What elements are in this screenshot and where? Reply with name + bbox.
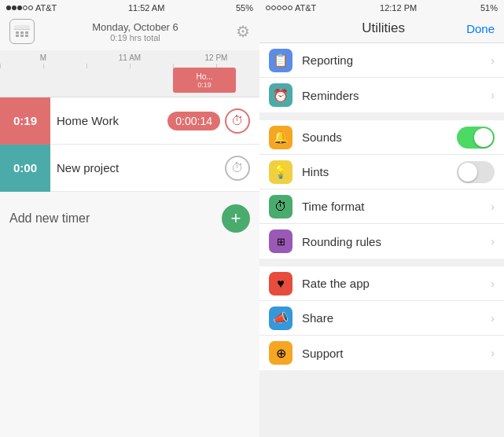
chevron-icon: › — [491, 200, 495, 213]
timeline-bar-label: Ho... — [196, 72, 212, 81]
chevron-icon: › — [491, 312, 495, 325]
left-header: Monday, October 6 0:19 hrs total ⚙ — [0, 16, 259, 50]
menu-item-rateapp[interactable]: ♥ Rate the app › — [259, 266, 504, 301]
timer-badge-2: 0:00 — [0, 145, 50, 192]
left-panel: AT&T 11:52 AM 55% Monday, October 6 0:19… — [0, 0, 259, 437]
timer-name-1: Home Work — [50, 114, 167, 127]
reminders-icon: ⏰ — [269, 83, 292, 107]
menu-item-rounding[interactable]: ⊞ Rounding rules › — [259, 224, 504, 259]
menu-item-reminders[interactable]: ⏰ Reminders › — [259, 78, 504, 112]
reminders-right: › — [491, 89, 495, 101]
menu-item-support[interactable]: ⊕ Support › — [259, 336, 504, 370]
reminders-label: Reminders — [302, 89, 491, 102]
hints-icon: 💡 — [269, 160, 292, 184]
menu-item-share[interactable]: 📣 Share › — [259, 301, 504, 336]
current-date: Monday, October 6 — [92, 21, 178, 33]
menu-section-2: 🔔 Sounds 💡 Hints ⏱ Time — [259, 120, 504, 259]
time-display: 11:52 AM — [128, 3, 164, 13]
chevron-icon: › — [491, 235, 495, 248]
hints-toggle[interactable] — [457, 161, 495, 183]
separator-1 — [259, 114, 504, 120]
sounds-toggle[interactable] — [457, 127, 495, 149]
right-panel: AT&T 12:12 PM 51% Utilities Done 📋 Repor… — [259, 0, 504, 437]
menu-item-reporting[interactable]: 📋 Reporting › — [259, 43, 504, 78]
signal-dot — [23, 6, 28, 10]
sounds-right — [457, 127, 495, 149]
signal-dot — [12, 6, 17, 10]
hints-label: Hints — [302, 165, 457, 178]
sounds-label: Sounds — [302, 130, 457, 144]
carrier-label: AT&T — [35, 3, 57, 13]
reporting-right: › — [491, 54, 495, 67]
timer-row-2[interactable]: 0:00 New project ⏱ — [0, 145, 259, 192]
chevron-icon: › — [491, 89, 495, 101]
add-timer-row[interactable]: Add new timer + — [0, 192, 259, 245]
date-info: Monday, October 6 0:19 hrs total — [92, 21, 178, 42]
timer-row-1[interactable]: 0:19 Home Work 0:00:14 ⏱ — [0, 97, 259, 145]
right-time-display: 12:12 PM — [380, 3, 417, 13]
rateapp-right: › — [491, 277, 495, 290]
toggle-knob — [458, 163, 477, 182]
timeline-bar-time: 0:19 — [197, 81, 212, 89]
timeline: M 11 AM 12 PM Ho... 0:19 — [0, 50, 259, 97]
share-right: › — [491, 312, 495, 325]
toggle-knob — [474, 128, 493, 147]
calendar-grid — [14, 30, 31, 39]
menu-section-3: ♥ Rate the app › 📣 Share › ⊕ Support › — [259, 266, 504, 370]
right-carrier-label: AT&T — [295, 3, 316, 13]
rateapp-icon: ♥ — [269, 272, 292, 296]
support-right: › — [491, 347, 495, 359]
share-icon: 📣 — [269, 307, 292, 330]
right-carrier-signal: AT&T — [266, 3, 316, 13]
timer-count-1[interactable]: 0:00:14 — [167, 112, 220, 130]
rateapp-label: Rate the app — [302, 277, 491, 290]
tick — [130, 64, 173, 68]
done-button[interactable]: Done — [466, 22, 495, 35]
timer-controls-1: 0:00:14 ⏱ — [167, 108, 259, 134]
battery-display: 55% — [236, 3, 253, 13]
sounds-icon: 🔔 — [269, 126, 292, 149]
settings-icon[interactable]: ⚙ — [236, 22, 250, 41]
clock-button-2[interactable]: ⏱ — [225, 156, 250, 181]
menu-list: 📋 Reporting › ⏰ Reminders › 🔔 Sounds — [259, 43, 504, 437]
rounding-label: Rounding rules — [302, 235, 491, 248]
menu-item-timeformat[interactable]: ⏱ Time format › — [259, 189, 504, 224]
signal-dot — [17, 6, 22, 10]
rounding-icon: ⊞ — [269, 230, 292, 253]
signal-dot — [271, 6, 276, 10]
hints-right — [457, 161, 495, 183]
tick — [86, 64, 130, 68]
timer-controls-2: ⏱ — [225, 156, 259, 181]
timer-name-2: New project — [50, 161, 225, 174]
timer-badge-value-1: 0:19 — [13, 114, 37, 127]
timeformat-icon: ⏱ — [269, 195, 292, 218]
timeformat-label: Time format — [302, 200, 491, 213]
clock-button-1[interactable]: ⏱ — [225, 108, 250, 134]
menu-section-1: 📋 Reporting › ⏰ Reminders › — [259, 43, 504, 112]
timeline-labels: M 11 AM 12 PM — [0, 50, 259, 62]
reporting-icon: 📋 — [269, 49, 292, 72]
tl-label-m: M — [0, 53, 86, 62]
share-label: Share — [302, 311, 491, 325]
chevron-icon: › — [491, 347, 495, 359]
signal-dot — [266, 6, 270, 10]
add-timer-button[interactable]: + — [222, 204, 250, 233]
carrier-signal: AT&T — [6, 3, 57, 13]
timer-badge-1: 0:19 — [0, 97, 50, 145]
right-battery-display: 51% — [480, 3, 498, 13]
total-time: 0:19 hrs total — [92, 33, 178, 42]
support-label: Support — [302, 347, 491, 360]
calendar-button[interactable] — [9, 19, 35, 44]
tl-label-12pm: 12 PM — [173, 53, 259, 62]
utilities-title: Utilities — [300, 20, 466, 36]
menu-item-sounds[interactable]: 🔔 Sounds — [259, 120, 504, 155]
chevron-icon: › — [491, 54, 495, 67]
menu-item-hints[interactable]: 💡 Hints — [259, 155, 504, 189]
status-bar-right: AT&T 12:12 PM 51% — [259, 0, 504, 16]
separator-2 — [259, 260, 504, 266]
signal-dot — [288, 6, 292, 10]
timeline-bar: Ho... 0:19 — [173, 68, 236, 93]
chevron-icon: › — [491, 277, 495, 290]
timer-badge-value-2: 0:00 — [13, 161, 37, 174]
add-timer-label: Add new timer — [9, 211, 222, 226]
